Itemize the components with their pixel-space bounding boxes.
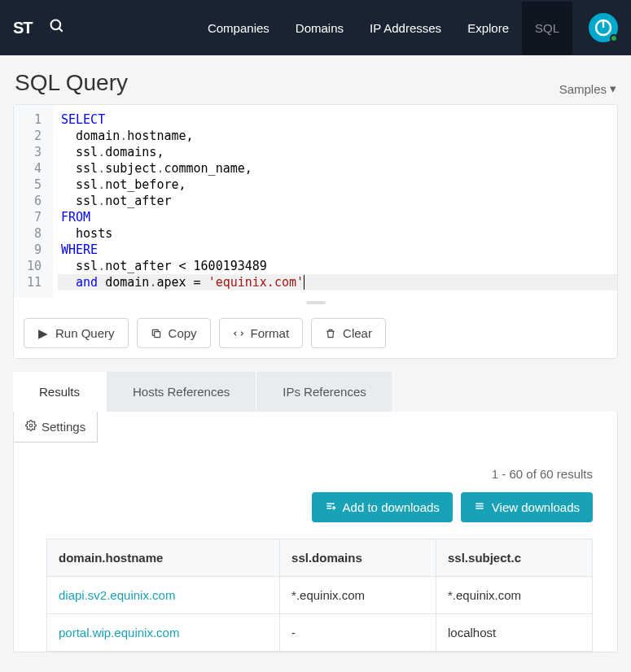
copy-label: Copy <box>169 326 197 340</box>
col-ssl-subject-cn[interactable]: ssl.subject.c <box>436 539 593 577</box>
top-nav: ST Companies Domains IP Addresses Explor… <box>0 0 631 55</box>
nav-item-sql[interactable]: SQL <box>522 2 572 55</box>
cell-ssl-domains: *.equinix.com <box>280 577 436 614</box>
status-online-icon <box>610 34 618 42</box>
code-area[interactable]: SELECT domain.hostname, ssl.domains, ssl… <box>53 105 617 297</box>
svg-point-0 <box>50 20 60 30</box>
hostname-link[interactable]: diapi.sv2.equinix.com <box>59 588 175 602</box>
tab-results[interactable]: Results <box>13 372 107 412</box>
view-downloads-button[interactable]: View downloads <box>461 492 593 522</box>
svg-rect-4 <box>154 331 160 337</box>
result-tabs: Results Hosts References IPs References <box>13 372 618 412</box>
settings-label: Settings <box>42 420 85 434</box>
samples-label: Samples <box>559 82 607 96</box>
search-icon[interactable] <box>49 18 65 37</box>
table-header-row: domain.hostname ssl.domains ssl.subject.… <box>47 539 593 577</box>
tab-hosts-references[interactable]: Hosts References <box>107 372 256 412</box>
table-row: portal.wip.equinix.com-localhost <box>47 614 593 652</box>
settings-button[interactable]: Settings <box>14 412 98 443</box>
sql-editor[interactable]: 1234567891011 SELECT domain.hostname, ss… <box>14 105 617 297</box>
results-table: domain.hostname ssl.domains ssl.subject.… <box>46 539 593 652</box>
cell-hostname: diapi.sv2.equinix.com <box>47 577 280 614</box>
col-ssl-domains[interactable]: ssl.domains <box>280 539 436 577</box>
format-button[interactable]: Format <box>219 318 304 348</box>
add-to-downloads-button[interactable]: Add to downloads <box>312 492 453 522</box>
logo: ST <box>13 19 33 37</box>
caret-down-icon: ▾ <box>610 81 616 96</box>
resize-handle[interactable] <box>14 297 617 308</box>
copy-button[interactable]: Copy <box>137 318 211 348</box>
play-icon: ▶ <box>37 328 49 339</box>
svg-point-5 <box>29 424 33 427</box>
gear-icon <box>25 420 37 434</box>
cell-common-name: *.equinix.com <box>436 577 593 614</box>
code-icon <box>233 328 244 339</box>
download-actions: Add to downloads View downloads <box>14 492 617 539</box>
format-label: Format <box>251 326 290 340</box>
line-gutter: 1234567891011 <box>14 105 53 297</box>
cell-hostname: portal.wip.equinix.com <box>47 614 280 652</box>
col-hostname[interactable]: domain.hostname <box>47 539 280 577</box>
table-row: diapi.sv2.equinix.com*.equinix.com*.equi… <box>47 577 593 614</box>
page-title: SQL Query <box>15 70 128 96</box>
svg-line-1 <box>59 28 62 32</box>
nav-item-ip-addresses[interactable]: IP Addresses <box>357 2 454 55</box>
nav-item-domains[interactable]: Domains <box>283 2 357 55</box>
copy-icon <box>151 328 162 339</box>
cell-ssl-domains: - <box>280 614 436 652</box>
clear-button[interactable]: Clear <box>311 318 386 348</box>
add-downloads-label: Add to downloads <box>343 500 440 514</box>
run-query-button[interactable]: ▶ Run Query <box>24 318 129 348</box>
hostname-link[interactable]: portal.wip.equinix.com <box>59 626 179 639</box>
nav-item-explore[interactable]: Explore <box>454 2 522 55</box>
clear-label: Clear <box>343 326 372 340</box>
cell-common-name: localhost <box>436 614 593 652</box>
tab-ips-references[interactable]: IPs References <box>256 372 393 412</box>
page-header: SQL Query Samples ▾ <box>0 55 631 104</box>
samples-dropdown[interactable]: Samples ▾ <box>559 81 616 96</box>
nav-item-companies[interactable]: Companies <box>195 2 283 55</box>
query-editor-card: 1234567891011 SELECT domain.hostname, ss… <box>13 104 618 359</box>
run-query-label: Run Query <box>55 326 115 340</box>
nav-items: Companies Domains IP Addresses Explore S… <box>195 2 572 55</box>
view-downloads-label: View downloads <box>492 500 580 514</box>
list-icon <box>474 500 485 514</box>
grip-icon <box>306 301 326 304</box>
trash-icon <box>325 328 336 339</box>
results-panel: Settings 1 - 60 of 60 results Add to dow… <box>13 412 618 652</box>
user-menu[interactable] <box>589 13 618 42</box>
add-download-icon <box>325 500 336 514</box>
editor-toolbar: ▶ Run Query Copy Format Clear <box>14 308 617 358</box>
results-count: 1 - 60 of 60 results <box>14 443 617 492</box>
results-table-wrap: domain.hostname ssl.domains ssl.subject.… <box>14 539 617 652</box>
